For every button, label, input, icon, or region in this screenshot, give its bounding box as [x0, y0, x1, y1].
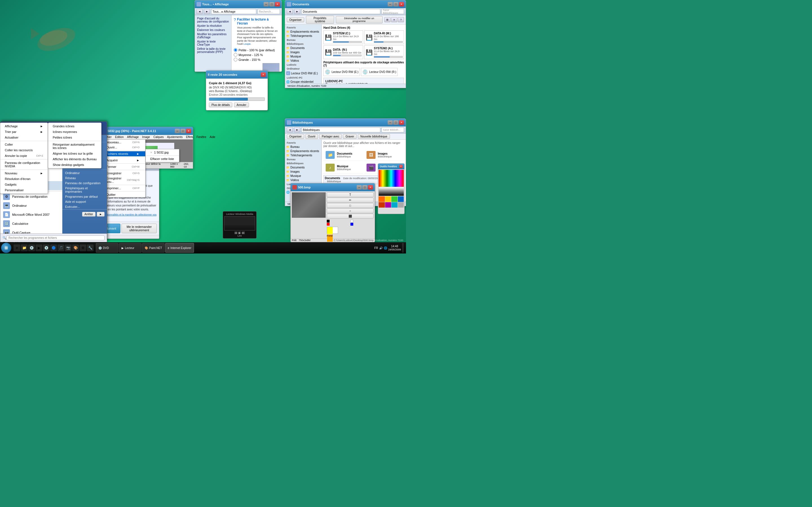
tree-downloads[interactable]: 📁Téléchargements [285, 153, 321, 158]
loupe-link[interactable]: Loupe [244, 43, 251, 45]
open-btn[interactable]: Ouvrir [305, 134, 318, 139]
swatch[interactable] [398, 202, 404, 208]
cp-address-bar[interactable]: Tous... ▸ Affichage [211, 9, 256, 14]
taskbar-app4-icon[interactable]: 🎨 [72, 244, 79, 251]
bmp-tool-3[interactable]: □ [327, 203, 373, 208]
color-gradient[interactable] [378, 170, 404, 187]
taskbar-media-icon[interactable]: ▶ [36, 244, 42, 251]
sub-recent[interactable]: Fichiers récents ► [101, 151, 145, 156]
drive-system-c[interactable]: 💾 SYSTEM (C:) 11,4 Go libres sur 24,9 Go [323, 31, 363, 44]
color-blue[interactable] [350, 223, 353, 226]
shutdown-arrow[interactable]: ► [97, 212, 105, 217]
bmp-tool-4[interactable]: ○ [327, 209, 373, 213]
cp-item-cleartype[interactable]: Ajuster le texte ClearType [195, 40, 231, 47]
close-button[interactable]: ✕ [275, 2, 280, 6]
lib-documents[interactable]: 📁 Documents Bibliothèque [323, 149, 363, 161]
radio-medium-input[interactable] [234, 53, 238, 57]
drive-system2[interactable]: 💾 SYSTEM2 (A:) 11,4 Go libres sur 24,9 G… [364, 45, 404, 59]
taskbar-bottom[interactable]: ⊞ e 📁 💿 ▶ 💿 🔵 🎵 📷 🎨 ⚙ 🔧 💿 DVD ▶ Lecteur [0, 242, 406, 253]
menu-aide[interactable]: Aide [208, 135, 217, 139]
organize-btn[interactable]: Organiser [287, 134, 304, 139]
close-button[interactable]: ✕ [399, 2, 404, 6]
back-button[interactable]: ◄ [287, 127, 293, 132]
swatch[interactable] [398, 196, 404, 202]
taskbar-ie-icon[interactable]: e [13, 244, 20, 251]
tree-musique[interactable]: 📁Musique [285, 174, 321, 178]
minimize-button[interactable]: ─ [357, 185, 362, 189]
color-black[interactable] [327, 220, 329, 223]
close-button[interactable]: ✕ [261, 72, 266, 77]
close-button[interactable]: ✕ [368, 185, 373, 189]
dvd-e[interactable]: 💿 Lecteur DVD RW (E:) [323, 68, 360, 76]
cp-item-resolution[interactable]: Ajuster la résolution [195, 24, 231, 28]
menu-calques[interactable]: Calques [152, 135, 165, 139]
ctx-affichage[interactable]: Affichage ► [0, 123, 48, 129]
bmp-tool-2[interactable]: ✏ [327, 198, 373, 203]
close-button[interactable]: ✕ [186, 129, 191, 133]
cp-item-home[interactable]: Page d'accueil du panneau de configurati… [195, 16, 231, 24]
tree-downloads[interactable]: 📁Téléchargements [285, 34, 321, 38]
minimize-button[interactable]: ─ [264, 2, 269, 6]
menu-edition[interactable]: Edition [113, 135, 125, 139]
tree-bureau[interactable]: 📁Bureau [285, 145, 321, 149]
start-search-input[interactable] [6, 235, 105, 240]
shutdown-button[interactable]: Arrêter [82, 212, 96, 217]
tree-images[interactable]: 📁Images [285, 170, 321, 174]
tree-recents[interactable]: 📁Emplacements récents [285, 30, 321, 34]
cp-item-ppp[interactable]: Définir la taille du texte personnalisée… [195, 47, 231, 54]
start-right-computer[interactable]: Ordinateur [62, 170, 107, 175]
taskbar-folder-icon[interactable]: 📁 [21, 244, 28, 251]
search-bar[interactable]: Saisir Bibliothèques [382, 9, 404, 14]
color-white[interactable] [350, 220, 353, 223]
tree-recents[interactable]: 📁Emplacements récents [285, 149, 321, 153]
taskbar-app2-icon[interactable]: 🎵 [57, 244, 64, 251]
forward-button[interactable]: ► [294, 127, 300, 132]
tree-musique[interactable]: 📁Musique [285, 54, 321, 59]
taskbar-app5-icon[interactable]: ⚙ [80, 244, 86, 251]
swatch[interactable] [378, 202, 385, 208]
recent-file-1[interactable]: × 1 5032.jpg [146, 150, 179, 155]
tree-group[interactable]: 🌐Groupe résidentiel [285, 80, 321, 83]
wmp-prev[interactable]: ⏮ [235, 231, 238, 234]
tree-videos[interactable]: 📁Vidéos [285, 178, 321, 182]
sub-ouvrir[interactable]: Ouvrir... Ctrl+O [101, 145, 145, 150]
start-item-word[interactable]: 📄 Microsoft Office Word 2007 [0, 210, 62, 219]
wmp-play[interactable]: ▶ [239, 231, 241, 234]
ctx-afficher[interactable]: Afficher les éléments du Bureau [48, 156, 101, 162]
network-icon[interactable]: 🌐 [384, 246, 387, 249]
drive-data-m[interactable]: 💾 DATA-RI (M:) 61,9 Go libres sur 186 Go [364, 31, 404, 44]
ctx-petites-icones[interactable]: Petites icônes [48, 135, 101, 140]
radio-large-input[interactable] [234, 58, 238, 61]
menu-effets[interactable]: Effets [185, 135, 195, 139]
forward-button[interactable]: ► [294, 9, 300, 14]
sub-fermer[interactable]: Fermer Ctrl+W [101, 164, 145, 169]
ctx-annuler[interactable]: Annuler la copie Ctrl+Z [0, 153, 48, 159]
sub-acquerir[interactable]: Acquérir ► [101, 158, 145, 163]
sub-enregistrer[interactable]: Enregistrer Ctrl+S [101, 171, 145, 176]
drive-data-n[interactable]: 💾 DATA- (N:) 103 Go libres sur 400 Go [323, 45, 363, 59]
sub-imprimer[interactable]: Imprimer... Ctrl+P [101, 186, 145, 191]
tree-videos[interactable]: 📁Vidéos [285, 59, 321, 63]
organize-button[interactable]: Organiser [287, 17, 304, 22]
brightness-bar[interactable] [378, 187, 404, 196]
ctx-icones-moyennes[interactable]: Icônes moyennes [48, 129, 101, 135]
ctx-coller[interactable]: Coller [0, 142, 48, 147]
tree-images[interactable]: 📁Images [285, 50, 321, 54]
new-lib-btn[interactable]: Nouvelle bibliothèque [358, 134, 390, 139]
taskbar-app1-icon[interactable]: 🔵 [50, 244, 57, 251]
properties-button[interactable]: Propriétés système [306, 16, 334, 24]
menu-ajustements[interactable]: Ajustements [165, 135, 185, 139]
maximize-button[interactable]: □ [269, 2, 274, 6]
sub-nouveau[interactable]: Nouveau... Ctrl+N [101, 140, 145, 145]
cancel-button[interactable]: Annuler [234, 103, 249, 107]
minimize-button[interactable]: ─ [175, 129, 180, 133]
back-button[interactable]: ◄ [287, 9, 293, 14]
show-desktop-button[interactable] [402, 243, 404, 252]
start-orb[interactable]: ⊞ [1, 243, 11, 253]
start-right-executer[interactable]: Exécuter... [62, 204, 107, 209]
sub-enregistrer-sous[interactable]: Enregistrer sou... Ctrl+Maj+S [101, 176, 145, 184]
ctx-grandes-icones[interactable]: Grandes icônes [48, 123, 101, 129]
share-btn[interactable]: Partager avec [319, 134, 342, 139]
sub-quitter[interactable]: Quitter [101, 192, 145, 197]
view-icon1[interactable]: ⊞ [384, 17, 391, 22]
